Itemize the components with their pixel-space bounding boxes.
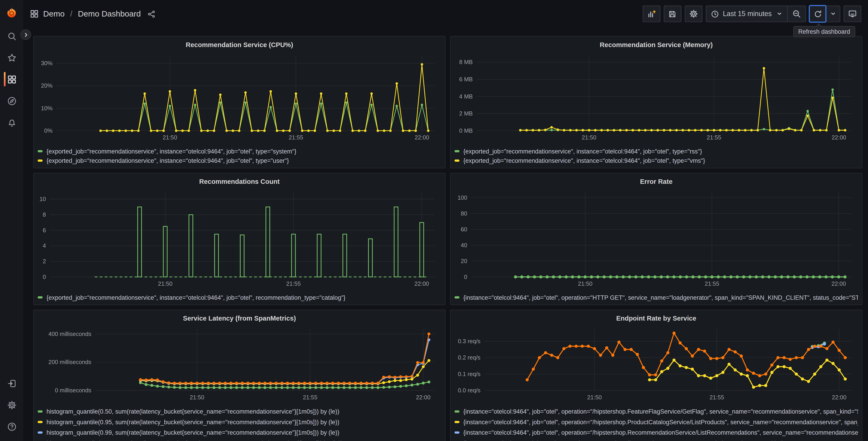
- legend-item[interactable]: {instance="otelcol:9464", job="otel", op…: [454, 293, 858, 302]
- svg-text:21:50: 21:50: [582, 134, 596, 141]
- search-icon: [7, 31, 17, 41]
- legend-label: {exported_job="recommendationservice", i…: [46, 157, 289, 164]
- svg-text:8: 8: [43, 211, 46, 218]
- svg-text:20: 20: [461, 258, 467, 264]
- panel-legend: {instance="otelcol:9464", job="otel", op…: [454, 291, 858, 302]
- sidebar-item-alerting[interactable]: [0, 114, 23, 131]
- panel-title[interactable]: Error Rate: [454, 176, 858, 188]
- svg-text:21:50: 21:50: [163, 134, 177, 141]
- svg-text:21:50: 21:50: [578, 281, 592, 287]
- sidebar-item-dashboards[interactable]: [0, 70, 23, 88]
- svg-text:0.1 req/s: 0.1 req/s: [458, 371, 480, 377]
- svg-text:21:55: 21:55: [710, 394, 724, 401]
- sidebar-item-sign-in[interactable]: [0, 375, 23, 392]
- breadcrumb-separator: /: [70, 9, 72, 18]
- panel-title[interactable]: Recommendation Service (Memory): [454, 39, 858, 51]
- svg-text:6: 6: [43, 227, 46, 233]
- legend-item[interactable]: {instance="otelcol:9464", job="otel", op…: [454, 416, 858, 427]
- legend-swatch: [454, 421, 459, 423]
- panel-legend: {exported_job="recommendationservice", i…: [37, 291, 441, 302]
- grafana-app: Demo / Demo Dashboard: [0, 0, 868, 441]
- sidebar-item-search[interactable]: [0, 27, 23, 45]
- panel-service-latency: Service Latency (from SpanMetrics) 0 mil…: [33, 310, 446, 441]
- legend-label: {instance="otelcol:9464", job="otel", op…: [463, 418, 858, 425]
- legend-swatch: [454, 159, 459, 161]
- legend-item[interactable]: {exported_job="recommendationservice", i…: [37, 155, 441, 165]
- svg-text:20%: 20%: [41, 82, 53, 89]
- legend-label: {instance="otelcol:9464", job="otel", op…: [463, 294, 858, 300]
- chart-svg[interactable]: 0 MB2 MB4 MB6 MB8 MB21:5021:5522:00: [454, 51, 858, 145]
- sidebar-expand-button[interactable]: [21, 29, 31, 40]
- chart-svg[interactable]: 02040608010021:5021:5522:00: [454, 188, 858, 291]
- refresh-interval-picker[interactable]: [826, 6, 840, 22]
- breadcrumb-page[interactable]: Demo Dashboard: [78, 9, 141, 18]
- panel-title[interactable]: Recommendation Service (CPU%): [37, 39, 441, 51]
- cycle-view-mode-button[interactable]: [843, 5, 861, 22]
- legend-item[interactable]: histogram_quantile(0.50, sum(rate(latenc…: [37, 406, 441, 416]
- time-series-chart[interactable]: 0.0 req/s0.1 req/s0.2 req/s0.3 req/s21:5…: [454, 325, 858, 405]
- svg-text:22:00: 22:00: [832, 394, 846, 401]
- chart-svg[interactable]: 024681021:5021:5522:00: [37, 188, 441, 291]
- legend-label: histogram_quantile(0.50, sum(rate(latenc…: [46, 408, 339, 414]
- breadcrumb-section[interactable]: Demo: [43, 9, 65, 18]
- legend-item[interactable]: {exported_job="recommendationservice", i…: [37, 293, 441, 302]
- legend-item[interactable]: {exported_job="recommendationservice", i…: [454, 155, 858, 165]
- save-dashboard-button[interactable]: [664, 5, 681, 22]
- panel-recommendation-cpu: Recommendation Service (CPU%) 0%10%20%30…: [33, 36, 446, 169]
- sidebar-item-starred[interactable]: [0, 49, 23, 66]
- legend-swatch: [37, 159, 42, 161]
- legend-item[interactable]: {instance="otelcol:9464", job="otel", op…: [454, 427, 858, 437]
- share-icon[interactable]: [148, 10, 156, 18]
- panel-title[interactable]: Recommendations Count: [37, 176, 441, 188]
- panel-legend: {exported_job="recommendationservice", i…: [454, 145, 858, 165]
- sign-in-icon: [7, 379, 17, 388]
- svg-text:21:50: 21:50: [158, 281, 173, 287]
- time-series-chart[interactable]: 0%10%20%30%21:5021:5522:00: [37, 51, 441, 145]
- legend-item[interactable]: {instance="otelcol:9464", job="otel", op…: [454, 406, 858, 416]
- grafana-logo-icon[interactable]: [5, 6, 18, 20]
- time-series-chart[interactable]: 02040608010021:5021:5522:00: [454, 188, 858, 291]
- legend-label: {instance="otelcol:9464", job="otel", op…: [463, 429, 858, 436]
- dashboards-grid-icon: [30, 9, 39, 18]
- gear-icon: [7, 400, 17, 410]
- svg-text:200 milliseconds: 200 milliseconds: [49, 359, 91, 365]
- chart-svg[interactable]: 0 milliseconds200 milliseconds400 millis…: [37, 325, 441, 405]
- sidebar-item-settings[interactable]: [0, 396, 23, 414]
- svg-text:10%: 10%: [41, 105, 53, 111]
- legend-item[interactable]: {exported_job="recommendationservice", i…: [37, 146, 441, 156]
- time-series-chart[interactable]: 0 MB2 MB4 MB6 MB8 MB21:5021:5522:00: [454, 51, 858, 145]
- panel-recommendations-count: Recommendations Count 024681021:5021:552…: [33, 173, 446, 305]
- svg-text:21:50: 21:50: [587, 394, 602, 401]
- dashboard-settings-button[interactable]: [685, 5, 702, 22]
- svg-text:22:00: 22:00: [415, 134, 429, 141]
- legend-item[interactable]: histogram_quantile(0.95, sum(rate(latenc…: [37, 416, 441, 427]
- legend-item[interactable]: histogram_quantile(0.99, sum(rate(latenc…: [37, 427, 441, 437]
- legend-item[interactable]: {exported_job="recommendationservice", i…: [454, 146, 858, 156]
- zoom-out-button[interactable]: [788, 6, 805, 22]
- time-series-chart[interactable]: 0 milliseconds200 milliseconds400 millis…: [37, 325, 441, 405]
- legend-swatch: [37, 150, 42, 152]
- legend-label: {instance="otelcol:9464", job="otel", op…: [463, 408, 858, 414]
- add-panel-button[interactable]: [643, 5, 660, 22]
- svg-text:60: 60: [461, 226, 467, 233]
- svg-text:80: 80: [461, 210, 467, 217]
- refresh-dashboard-button[interactable]: [809, 5, 826, 23]
- chart-svg[interactable]: 0.0 req/s0.1 req/s0.2 req/s0.3 req/s21:5…: [454, 325, 858, 405]
- sidebar-item-explore[interactable]: [0, 92, 23, 110]
- panel-title[interactable]: Endpoint Rate by Service: [454, 313, 858, 324]
- time-series-chart[interactable]: 024681021:5021:5522:00: [37, 188, 441, 291]
- legend-item[interactable]: {instance="otelcol:9464", job="otel", op…: [454, 438, 858, 441]
- panel-endpoint-rate: Endpoint Rate by Service 0.0 req/s0.1 re…: [450, 310, 863, 441]
- dashboards-grid-icon: [7, 75, 17, 84]
- panel-title[interactable]: Service Latency (from SpanMetrics): [37, 313, 441, 324]
- legend-item[interactable]: histogram_quantile(0.999, sum(rate(laten…: [37, 438, 441, 441]
- svg-text:0.3 req/s: 0.3 req/s: [458, 338, 480, 344]
- time-picker-button[interactable]: Last 15 minutes: [706, 6, 787, 22]
- sidebar-item-help[interactable]: [0, 418, 23, 435]
- svg-text:21:55: 21:55: [303, 394, 317, 401]
- sidebar: [0, 0, 23, 441]
- time-range-label: Last 15 minutes: [723, 10, 772, 18]
- svg-text:30%: 30%: [41, 60, 53, 66]
- chart-svg[interactable]: 0%10%20%30%21:5021:5522:00: [37, 51, 441, 145]
- refresh-group: [809, 5, 840, 22]
